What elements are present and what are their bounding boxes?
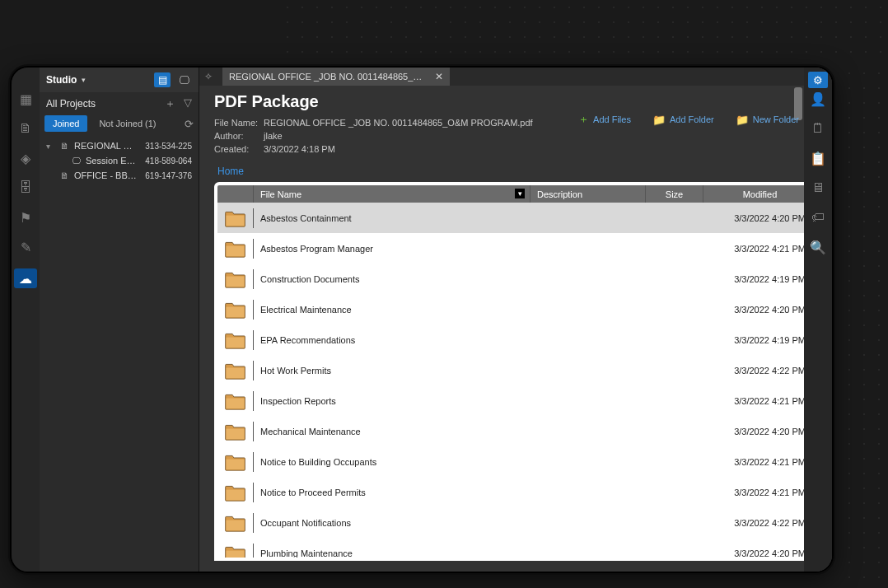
search-icon[interactable]: 🔍 xyxy=(810,239,826,255)
row-modified: 3/3/2022 4:22 PM xyxy=(703,518,817,528)
document-tabbar: ✧ REGIONAL OFFICE _JOB NO. 0011484865_O&… xyxy=(199,68,832,86)
project-tree-item[interactable]: 🖵Session Example418-589-064 xyxy=(43,153,195,168)
row-modified: 3/3/2022 4:22 PM xyxy=(703,366,817,376)
clipboard-icon[interactable]: 📋 xyxy=(810,150,826,166)
pencil-icon[interactable]: ✎ xyxy=(17,239,34,255)
table-row[interactable]: Construction Documents3/3/2022 4:19 PM xyxy=(217,264,817,294)
table-row[interactable]: Mechanical Maintenance3/3/2022 4:20 PM xyxy=(217,416,817,446)
flag-icon[interactable]: ⚑ xyxy=(17,209,34,226)
folder-icon xyxy=(217,269,254,289)
row-modified: 3/3/2022 4:20 PM xyxy=(703,427,817,436)
table-row[interactable]: Asbestos Containment3/3/2022 4:20 PM xyxy=(217,203,817,233)
meta-created-value: 3/3/2022 4:18 PM xyxy=(264,144,335,154)
row-modified: 3/3/2022 4:20 PM xyxy=(703,305,817,315)
studio-dropdown[interactable]: Studio ▾ ▤ 🖵 xyxy=(40,68,199,92)
add-folder-button[interactable]: 📁Add Folder xyxy=(652,112,714,127)
panel-title: All Projects xyxy=(46,98,96,110)
col-size[interactable]: Size xyxy=(646,185,703,203)
row-modified: 3/3/2022 4:21 PM xyxy=(703,488,817,497)
main-area: ✧ REGIONAL OFFICE _JOB NO. 0011484865_O&… xyxy=(199,68,832,572)
package-title: PDF Package xyxy=(214,92,817,111)
table-row[interactable]: Hot Work Permits3/3/2022 4:22 PM xyxy=(217,355,817,385)
projects-panel: Studio ▾ ▤ 🖵 All Projects ＋ ▽ Joined Not… xyxy=(40,68,199,572)
cloud-icon[interactable]: ☁ xyxy=(14,268,37,288)
row-modified: 3/3/2022 4:20 PM xyxy=(703,213,817,223)
session-icon: 🖵 xyxy=(70,156,82,166)
row-modified: 3/3/2022 4:19 PM xyxy=(703,274,817,284)
add-files-button[interactable]: ＋Add Files xyxy=(578,112,631,127)
column-headers: File Name▾ Description Size Modified xyxy=(217,185,817,203)
settings-gear-icon[interactable]: ⚙ xyxy=(808,72,828,88)
studio-label: Studio xyxy=(46,74,77,86)
folder-icon xyxy=(217,330,254,350)
row-file-name: Hot Work Permits xyxy=(254,366,530,376)
folder-icon xyxy=(217,513,254,533)
meta-filename-value: REGIONAL OFFICE _JOB NO. 0011484865_O&M … xyxy=(264,118,533,128)
grid-icon[interactable]: ▦ xyxy=(17,91,34,107)
tag-icon[interactable]: 🏷 xyxy=(810,209,826,226)
briefcase-icon[interactable]: 🗄 xyxy=(17,180,34,196)
col-modified[interactable]: Modified xyxy=(703,185,817,203)
meta-author-value: jlake xyxy=(264,131,283,141)
panel-view-monitor-icon[interactable]: 🖵 xyxy=(175,72,192,87)
row-file-name: Construction Documents xyxy=(254,274,530,284)
meta-author-key: Author: xyxy=(214,131,264,141)
project-tree-item[interactable]: 🗎OFFICE - BBU T5 Job No...619-147-376 xyxy=(43,168,195,183)
project-name: REGIONAL OFFICE TER... xyxy=(74,141,138,151)
table-row[interactable]: Occupant Notifications3/3/2022 4:22 PM xyxy=(217,507,817,538)
tab-joined[interactable]: Joined xyxy=(44,115,87,132)
package-header: PDF Package File Name:REGIONAL OFFICE _J… xyxy=(199,86,832,161)
app-window: ▦ 🗎 ◈ 🗄 ⚑ ✎ ☁ Studio ▾ ▤ 🖵 All Projects … xyxy=(10,66,834,573)
table-row[interactable]: Electrical Maintenance3/3/2022 4:20 PM xyxy=(217,294,817,324)
panel-view-list-icon[interactable]: ▤ xyxy=(154,72,171,87)
project-tree: ▾🗎REGIONAL OFFICE TER...313-534-225🖵Sess… xyxy=(40,137,199,184)
row-modified: 3/3/2022 4:21 PM xyxy=(703,396,817,406)
breadcrumb-home[interactable]: Home xyxy=(199,161,832,180)
folder-icon xyxy=(217,300,254,320)
folder-icon xyxy=(217,452,254,472)
refresh-icon[interactable]: ⟳ xyxy=(185,118,194,130)
project-code: 418-589-064 xyxy=(142,156,192,166)
document-tab-label: REGIONAL OFFICE _JOB NO. 0011484865_O&M … xyxy=(229,72,427,82)
row-file-name: Notice to Building Occupants xyxy=(254,457,530,467)
project-code: 313-534-225 xyxy=(142,142,192,151)
table-row[interactable]: Notice to Building Occupants3/3/2022 4:2… xyxy=(217,446,817,477)
sort-desc-icon[interactable]: ▾ xyxy=(515,189,525,198)
table-row[interactable]: Asbestos Program Manager3/3/2022 4:21 PM xyxy=(217,233,817,264)
profile-icon[interactable]: 👤 xyxy=(810,91,826,107)
col-description[interactable]: Description xyxy=(530,185,646,203)
folder-icon xyxy=(217,544,254,558)
row-file-name: Asbestos Program Manager xyxy=(254,244,530,254)
file-listing: File Name▾ Description Size Modified Asb… xyxy=(214,182,820,561)
add-project-icon[interactable]: ＋ xyxy=(165,96,175,111)
table-row[interactable]: EPA Recommendations3/3/2022 4:19 PM xyxy=(217,324,817,355)
project-tree-item[interactable]: ▾🗎REGIONAL OFFICE TER...313-534-225 xyxy=(43,138,195,153)
row-modified: 3/3/2022 4:21 PM xyxy=(703,244,817,254)
folder-new-icon: 📁 xyxy=(736,114,749,126)
filter-icon[interactable]: ▽ xyxy=(184,96,192,111)
sheet-icon[interactable]: 🗒 xyxy=(810,120,826,137)
meta-filename-key: File Name: xyxy=(214,118,264,128)
row-file-name: EPA Recommendations xyxy=(254,335,530,345)
col-icon[interactable] xyxy=(217,185,254,203)
col-file-name[interactable]: File Name▾ xyxy=(254,185,530,203)
layers-icon[interactable]: ◈ xyxy=(17,150,34,166)
wand-icon[interactable]: ✧ xyxy=(204,71,213,82)
close-tab-icon[interactable]: ✕ xyxy=(435,71,443,82)
expand-icon[interactable]: ▾ xyxy=(46,142,54,151)
document-tab[interactable]: REGIONAL OFFICE _JOB NO. 0011484865_O&M … xyxy=(222,68,450,86)
folder-icon xyxy=(217,391,254,411)
tab-not-joined[interactable]: Not Joined (1) xyxy=(91,115,164,132)
new-folder-button[interactable]: 📁New Folder xyxy=(736,112,799,127)
row-file-name: Notice to Proceed Permits xyxy=(254,488,530,497)
row-file-name: Electrical Maintenance xyxy=(254,305,530,315)
col-file-name-label: File Name xyxy=(260,189,301,199)
table-row[interactable]: Plumbing Maintenance3/3/2022 4:20 PM xyxy=(217,538,817,558)
server-icon[interactable]: 🖥 xyxy=(810,180,826,196)
folder-plus-icon: 📁 xyxy=(652,114,666,126)
page-icon[interactable]: 🗎 xyxy=(17,120,34,137)
table-row[interactable]: Notice to Proceed Permits3/3/2022 4:21 P… xyxy=(217,477,817,507)
table-row[interactable]: Inspection Reports3/3/2022 4:21 PM xyxy=(217,385,817,416)
row-file-name: Asbestos Containment xyxy=(254,213,530,223)
folder-icon xyxy=(217,208,254,228)
